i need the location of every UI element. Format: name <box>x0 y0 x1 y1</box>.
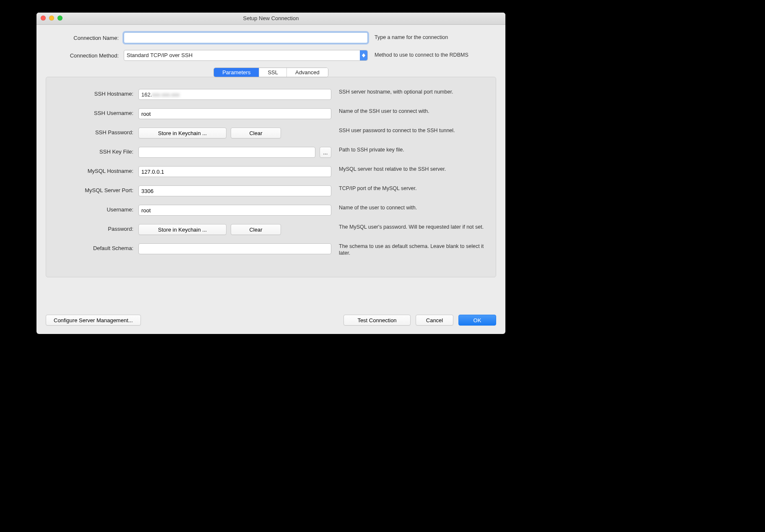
ssh-password-clear-button[interactable]: Clear <box>231 128 281 138</box>
ssh-keyfile-browse-button[interactable]: ... <box>320 147 331 158</box>
cancel-button[interactable]: Cancel <box>416 315 453 326</box>
ssh-hostname-hint: SSH server hostname, with optional port … <box>335 89 487 96</box>
mysql-hostname-input[interactable] <box>138 166 331 177</box>
ssh-hostname-prefix: 162. <box>141 91 152 98</box>
ssh-username-label: SSH Username: <box>55 108 135 116</box>
mysql-hostname-label: MySQL Hostname: <box>55 166 135 174</box>
ssh-hostname-redacted: xxx.xxx.xxx <box>152 91 180 98</box>
connection-name-hint: Type a name for the connection <box>370 34 496 41</box>
connection-name-label: Connection Name: <box>46 35 121 41</box>
ssh-keyfile-hint: Path to SSH private key file. <box>335 147 487 154</box>
dialog-window: Setup New Connection Connection Name: Ty… <box>36 13 505 334</box>
connection-name-input[interactable] <box>124 32 368 43</box>
password-clear-button[interactable]: Clear <box>231 224 281 235</box>
select-stepper-icon <box>360 50 367 60</box>
dialog-footer: Configure Server Management... Test Conn… <box>46 315 496 326</box>
password-label: Password: <box>55 224 135 232</box>
default-schema-input[interactable] <box>138 243 331 254</box>
default-schema-hint: The schema to use as default schema. Lea… <box>335 243 487 256</box>
tab-bar: Parameters SSL Advanced <box>213 68 328 77</box>
ok-button[interactable]: OK <box>458 315 496 326</box>
tab-ssl[interactable]: SSL <box>259 68 287 77</box>
ssh-hostname-input[interactable]: 162. xxx.xxx.xxx <box>138 89 331 100</box>
svg-marker-1 <box>362 55 365 57</box>
mysql-hostname-hint: MySQL server host relative to the SSH se… <box>335 166 487 173</box>
window-controls <box>41 16 62 21</box>
close-icon[interactable] <box>41 16 46 21</box>
ssh-password-hint: SSH user password to connect to the SSH … <box>335 128 487 134</box>
connection-method-label: Connection Method: <box>46 52 121 59</box>
ssh-keyfile-label: SSH Key File: <box>55 147 135 155</box>
ssh-password-store-button[interactable]: Store in Keychain ... <box>138 128 226 138</box>
username-label: Username: <box>55 205 135 213</box>
password-store-button[interactable]: Store in Keychain ... <box>138 224 226 235</box>
minimize-icon[interactable] <box>49 16 54 21</box>
titlebar: Setup New Connection <box>36 13 505 25</box>
configure-server-button[interactable]: Configure Server Management... <box>46 315 141 326</box>
mysql-port-label: MySQL Server Port: <box>55 185 135 193</box>
zoom-icon[interactable] <box>57 16 62 21</box>
connection-method-value: Standard TCP/IP over SSH <box>124 50 368 61</box>
mysql-port-hint: TCP/IP port of the MySQL server. <box>335 185 487 192</box>
mysql-port-input[interactable] <box>138 185 331 196</box>
ssh-username-hint: Name of the SSH user to connect with. <box>335 108 487 115</box>
parameters-panel: SSH Hostname: 162. xxx.xxx.xxx SSH serve… <box>46 77 496 277</box>
ssh-username-input[interactable] <box>138 108 331 119</box>
test-connection-button[interactable]: Test Connection <box>343 315 411 326</box>
ssh-hostname-label: SSH Hostname: <box>55 89 135 97</box>
window-title: Setup New Connection <box>243 15 299 21</box>
username-hint: Name of the user to connect with. <box>335 205 487 211</box>
ssh-keyfile-input[interactable] <box>138 147 315 158</box>
default-schema-label: Default Schema: <box>55 243 135 251</box>
password-hint: The MySQL user's password. Will be reque… <box>335 224 487 231</box>
tab-advanced[interactable]: Advanced <box>287 68 328 77</box>
username-input[interactable] <box>138 205 331 216</box>
tab-parameters[interactable]: Parameters <box>214 68 259 77</box>
connection-method-hint: Method to use to connect to the RDBMS <box>370 52 496 59</box>
connection-method-select[interactable]: Standard TCP/IP over SSH <box>124 50 368 61</box>
ssh-password-label: SSH Password: <box>55 128 135 136</box>
